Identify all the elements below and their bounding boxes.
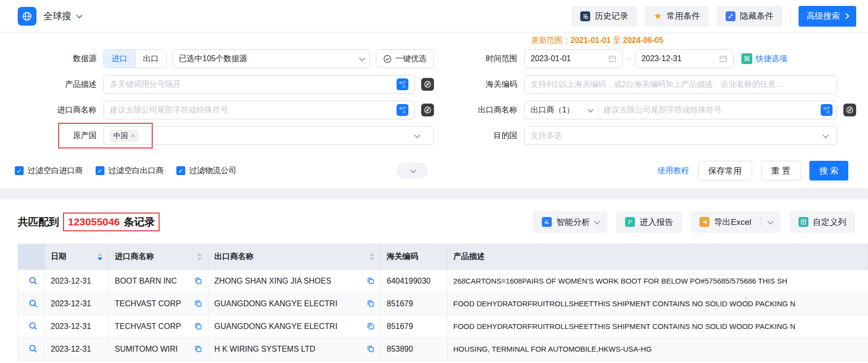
translate-icon[interactable]: 中A — [397, 78, 408, 90]
copy-icon[interactable] — [191, 300, 202, 307]
chevron-right-icon — [843, 13, 849, 19]
results-header: 共匹配到 123055046 条记录 智能分析 — [18, 211, 868, 233]
filter-logistics-checkbox[interactable]: ✓ 过滤物流公司 — [176, 166, 236, 176]
favorites-button[interactable]: ★ 常用条件 — [645, 6, 709, 27]
header-date: 日期 — [45, 244, 109, 269]
export-options-chevron-icon[interactable] — [768, 218, 774, 224]
copy-icon[interactable] — [191, 277, 202, 285]
copy-icon[interactable] — [191, 323, 202, 330]
table-header-row: 日期 进口商名称 出口商名称 海关编码 产品描述 — [18, 244, 868, 270]
exporter-label: 出口商名称 — [434, 105, 524, 115]
hs-code-input[interactable] — [531, 80, 831, 89]
hs-code-input-box — [524, 75, 837, 94]
data-source-selected: 已选中105个数据源 — [179, 54, 247, 64]
origin-country-select[interactable]: 中国 × — [103, 126, 434, 145]
importer-cell: SUMITOMO WIRI — [109, 338, 208, 360]
results-table: 日期 进口商名称 出口商名称 海关编码 产品描述 — [18, 244, 868, 361]
command-icon: ⌘ — [741, 53, 752, 64]
product-desc-input[interactable] — [110, 80, 393, 89]
translate-icon[interactable]: 中A — [821, 104, 833, 116]
data-source-label: 数据源 — [15, 54, 103, 64]
destination-input[interactable] — [531, 131, 823, 140]
collapse-form-button[interactable] — [397, 163, 428, 178]
filter-blank-importer-checkbox[interactable]: ✓ 过滤空白进口商 — [15, 166, 83, 176]
origin-country-tag-label: 中国 — [113, 131, 128, 141]
svg-text:A: A — [827, 109, 830, 114]
quick-options-link[interactable]: ⌘ 快捷选项 — [741, 53, 787, 64]
one-click-optimize-button[interactable]: 一键优选 — [376, 49, 434, 68]
hide-conditions-button[interactable]: 隐藏条件 — [717, 6, 782, 27]
advanced-search-button[interactable]: 高级搜索 — [799, 6, 856, 27]
search-button[interactable]: 搜 索 — [809, 161, 848, 181]
save-favorite-button[interactable]: 保存常用 — [698, 161, 752, 181]
exclude-keywords-icon[interactable] — [421, 78, 434, 91]
copy-icon[interactable] — [363, 277, 374, 285]
export-tab[interactable]: 出口 — [135, 50, 166, 68]
destination-select[interactable] — [524, 126, 837, 145]
history-button[interactable]: 历史记录 — [571, 6, 637, 27]
date-cell: 2023-12-31 — [45, 270, 109, 292]
importer-input[interactable] — [110, 106, 393, 114]
custom-columns-button[interactable]: 自定义列 — [790, 211, 855, 233]
copy-icon[interactable] — [363, 323, 374, 330]
copy-icon[interactable] — [363, 300, 374, 307]
detail-cell — [18, 270, 45, 292]
smart-analysis-button[interactable]: 智能分析 — [533, 211, 607, 233]
sort-date-control[interactable] — [94, 253, 102, 260]
update-range-to: 至 — [613, 36, 621, 44]
exclude-importer-icon[interactable] — [421, 104, 434, 116]
topbar-actions: 历史记录 ★ 常用条件 隐藏条件 高级搜索 — [571, 6, 856, 27]
match-count-title: 共匹配到 123055046 条记录 — [18, 213, 160, 231]
exclude-exporter-icon[interactable] — [843, 104, 856, 116]
hs-code-cell: 6404199030 — [381, 270, 447, 292]
tutorial-link[interactable]: 使用教程 — [658, 166, 689, 176]
divider — [761, 217, 761, 227]
header-importer: 进口商名称 — [109, 244, 208, 269]
copy-icon[interactable] — [191, 345, 202, 353]
row-search-icon[interactable] — [25, 322, 38, 331]
header-hs-code: 海关编码 — [381, 244, 447, 269]
collapse-arrows-icon — [726, 11, 735, 21]
translate-icon[interactable]: 中A — [397, 104, 408, 116]
importer-label: 进口商名称 — [15, 105, 103, 115]
history-label: 历史记录 — [595, 10, 628, 22]
sort-exporter-control[interactable] — [366, 253, 374, 260]
sort-importer-control[interactable] — [193, 253, 202, 260]
end-date-picker[interactable]: 2023-12-31 — [635, 49, 734, 68]
trade-direction-toggle: 进口 出口 — [103, 49, 167, 68]
remove-tag-icon[interactable]: × — [131, 132, 135, 140]
exporter-type-value: 出口商（1） — [531, 105, 574, 115]
form-bottom-row: ✓ 过滤空白进口商 ✓ 过滤空白出口商 ✓ 过滤物流公司 使用教程 保存常用 重… — [15, 161, 856, 181]
start-date-value: 2023-01-01 — [531, 54, 571, 63]
row-search-icon[interactable] — [25, 299, 38, 308]
exporter-cell: GUANGDONG KANGYE ELECTRI — [208, 292, 381, 315]
header-detail-column — [18, 244, 45, 269]
app-switch-chevron-down-icon[interactable] — [76, 12, 83, 19]
exporter-type-select[interactable]: 出口商（1） — [525, 101, 599, 119]
hs-code-cell: 851679 — [381, 315, 447, 337]
chevron-down-icon — [410, 167, 416, 173]
globe-logo-icon — [18, 7, 36, 26]
favorites-label: 常用条件 — [667, 10, 700, 22]
reset-button[interactable]: 重 置 — [761, 161, 801, 181]
import-tab[interactable]: 进口 — [104, 50, 135, 68]
exporter-input[interactable] — [599, 106, 817, 114]
row-search-icon[interactable] — [25, 344, 38, 354]
report-book-icon — [625, 217, 635, 227]
divider — [790, 9, 791, 24]
checkbox-checked-icon: ✓ — [96, 166, 104, 175]
filter-logistics-label: 过滤物流公司 — [189, 166, 236, 176]
filter-blank-exporter-checkbox[interactable]: ✓ 过滤空白出口商 — [96, 166, 164, 176]
data-source-select[interactable]: 已选中105个数据源 — [172, 49, 370, 68]
header-exporter-label: 出口商名称 — [214, 252, 254, 262]
enter-report-label: 进入报告 — [639, 217, 673, 228]
copy-icon[interactable] — [363, 345, 374, 353]
update-range-start: 2021-01-01 — [570, 36, 611, 44]
quick-options-label: 快捷选项 — [756, 54, 787, 64]
row-search-icon[interactable] — [25, 276, 38, 286]
start-date-picker[interactable]: 2023-01-01 — [524, 49, 623, 68]
enter-report-button[interactable]: 进入报告 — [616, 211, 682, 233]
one-click-optimize-label: 一键优选 — [395, 54, 427, 64]
export-excel-button[interactable]: 导出Excel — [691, 211, 781, 233]
update-range-label: 更新范围： — [531, 36, 570, 44]
